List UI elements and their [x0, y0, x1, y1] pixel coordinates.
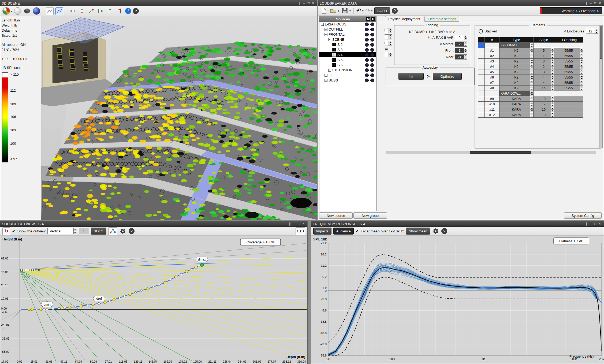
spinner-icon[interactable] — [551, 64, 554, 69]
spinner-icon[interactable] — [464, 42, 467, 46]
align-view-icon[interactable] — [97, 8, 105, 14]
element-row[interactable]: #6K2455/55 — [478, 75, 583, 80]
element-hopening-cell[interactable]: 55/55 — [554, 69, 583, 75]
hide-indicator[interactable] — [370, 73, 374, 77]
restore-icon[interactable]: □ — [593, 1, 598, 5]
spinner-icon[interactable] — [551, 107, 554, 112]
element-hopening-cell[interactable]: 55/55 — [554, 58, 583, 64]
init-button[interactable]: Init — [398, 73, 424, 80]
tree-item-s-3[interactable]: S 3 — [319, 47, 376, 52]
spinner-icon[interactable] — [551, 69, 554, 75]
spinner-icon[interactable] — [530, 80, 533, 85]
spinner-icon[interactable] — [530, 75, 533, 80]
rotate-view-icon[interactable] — [88, 8, 95, 14]
tree-item-extension[interactable]: +EXTENSION — [319, 68, 376, 73]
cutview-tool-active-icon[interactable] — [55, 7, 63, 15]
spinbox[interactable]: 1 — [385, 52, 392, 57]
element-row[interactable]: #1K2555/55 — [478, 48, 583, 53]
spinner-icon[interactable] — [580, 86, 583, 91]
show-cutview-checkbox[interactable]: ✔ — [12, 229, 16, 233]
mute-indicator[interactable] — [365, 28, 369, 31]
spinner-icon[interactable] — [551, 59, 554, 64]
element-row[interactable]: #10KARA5 — [478, 102, 583, 107]
hide-indicator[interactable] — [370, 33, 374, 36]
spinner-icon[interactable] — [580, 80, 583, 85]
spinner-icon[interactable] — [389, 35, 392, 39]
row-indicator[interactable] — [478, 101, 485, 107]
selected-row-indicator[interactable] — [478, 42, 485, 48]
spinner-icon[interactable] — [580, 64, 583, 69]
collapse-icon[interactable]: − — [325, 33, 327, 36]
plain-sphere-icon[interactable] — [14, 7, 21, 15]
hide-indicator[interactable] — [370, 38, 374, 42]
element-type-cell[interactable]: KARA — [499, 96, 534, 102]
open-caret-icon[interactable]: ▾ — [338, 9, 339, 12]
tree-item-subs[interactable]: +SUBS — [319, 78, 376, 83]
row-indicator[interactable] — [478, 53, 485, 59]
info-button[interactable]: i — [125, 8, 131, 14]
start-flag-icon[interactable] — [106, 8, 114, 14]
spinner-icon[interactable] — [530, 64, 533, 69]
spinner-icon[interactable] — [530, 86, 533, 91]
element-row[interactable]: #8K27.555/55 — [478, 86, 583, 91]
spinner-icon[interactable] — [530, 102, 533, 107]
element-row[interactable]: #4K2255/55 — [478, 64, 583, 69]
expand-icon[interactable]: + — [328, 69, 331, 72]
hide-indicator[interactable] — [370, 53, 374, 57]
spinbox[interactable]: 00 — [385, 28, 392, 33]
deployment-horizontal-scrollbar[interactable] — [386, 151, 596, 154]
tree-item-scene[interactable]: −SCENE — [319, 37, 376, 42]
row-indicator[interactable] — [478, 96, 485, 102]
element-type-cell[interactable]: K2-BUMP + ... — [499, 42, 534, 48]
link-icon[interactable] — [296, 227, 305, 235]
tab-physical-deployment[interactable]: Physical deployment — [385, 16, 423, 22]
spinner-icon[interactable] — [73, 228, 77, 234]
frequency-chart-area[interactable]: 21.216.211.26.21.20-3.8-8.8-13.8-18.8-23… — [311, 236, 604, 364]
new-group-button[interactable]: New group — [353, 212, 387, 219]
element-type-cell[interactable]: K2 — [499, 64, 534, 69]
element-type-cell[interactable]: K2 — [499, 48, 534, 53]
spinner-icon[interactable] — [464, 48, 467, 53]
spinner-icon[interactable] — [389, 28, 392, 33]
scene-3d-viewport[interactable] — [41, 16, 317, 220]
plane-select[interactable]: Vertical — [47, 228, 77, 234]
restore-icon[interactable]: □ — [593, 222, 598, 226]
stacked-radio[interactable] — [479, 29, 483, 34]
spinner-icon[interactable] — [530, 59, 533, 64]
element-hopening-cell[interactable]: 55/55 — [554, 85, 583, 91]
element-hopening-cell[interactable] — [554, 96, 583, 102]
element-row[interactable]: #2K2155/55 — [478, 53, 583, 59]
scrollbar-thumb[interactable] — [470, 151, 531, 154]
element-type-cell[interactable]: KARA — [499, 112, 534, 118]
minimize-icon[interactable]: ─ — [588, 1, 593, 5]
undo-caret-icon[interactable]: ▾ — [362, 9, 364, 12]
audience-button[interactable]: Audience — [333, 228, 354, 235]
tree-item-s-5[interactable]: S 5 — [319, 57, 376, 62]
element-angle-cell[interactable]: 10 — [533, 107, 554, 112]
spinbox[interactable]: 1 — [385, 34, 392, 39]
cutview-chart-area[interactable]: 061.0845.0328.1012.060.00-3.11-20.04-36.… — [0, 236, 307, 364]
mute-indicator[interactable] — [365, 63, 369, 67]
new-file-icon[interactable] — [320, 7, 328, 14]
spinner-icon[interactable] — [580, 59, 583, 64]
spinner-icon[interactable] — [530, 107, 533, 112]
impact-markers-icon[interactable] — [108, 227, 117, 235]
solo-button[interactable]: SOLO — [374, 7, 390, 14]
mute-indicator[interactable] — [365, 58, 369, 62]
redo-caret-icon[interactable]: ▾ — [371, 9, 372, 12]
spinner-icon[interactable] — [464, 55, 467, 59]
tree-item-ff[interactable]: +FF — [319, 73, 376, 78]
spinner-icon[interactable] — [530, 96, 533, 101]
spinner-icon[interactable] — [580, 69, 583, 75]
spinner-icon[interactable] — [530, 53, 533, 58]
element-row[interactable]: #7K2455/55 — [478, 80, 583, 86]
mapping-sphere-icon[interactable] — [33, 7, 40, 15]
element-type-cell[interactable]: KARA-DOW... — [499, 91, 534, 96]
redo-icon[interactable]: ↷ — [366, 8, 370, 13]
row-indicator[interactable] — [478, 69, 485, 75]
element-row[interactable]: #11KARA10 — [478, 107, 583, 112]
mute-indicator[interactable] — [365, 48, 369, 52]
pin-icon[interactable]: ∥ — [584, 222, 588, 226]
solo-button[interactable]: SOLO — [91, 228, 106, 235]
element-hopening-cell[interactable]: 55/55 — [554, 80, 583, 86]
